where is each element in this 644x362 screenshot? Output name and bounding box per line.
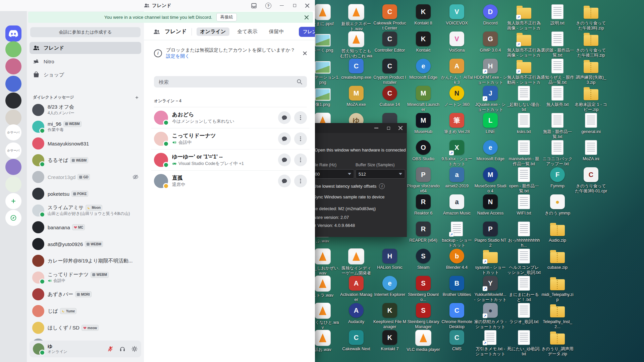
friend-row[interactable]: ゆーゆー' or '1'='1' --Visual Studio Codeをプレ…	[151, 149, 310, 170]
more-button[interactable]	[294, 111, 307, 124]
desktop-icon[interactable]: midi_Telepathy.zip	[541, 276, 574, 302]
desktop-icon[interactable]: RReaktor 6	[407, 194, 440, 216]
desktop-icon[interactable]: 答え知ってともむ打いわこれ.wav	[339, 31, 373, 59]
desktop-icon[interactable]: eInternet Explorer	[373, 276, 407, 297]
desktop-icon[interactable]: Telepathy_Inst_2...	[541, 303, 574, 329]
desktop-icon[interactable]: PPiapro Studio NT2	[474, 221, 507, 248]
desktop-icon[interactable]: aAmazon Music	[440, 194, 474, 216]
desktop-icon[interactable]: RREAPER (x64)	[407, 221, 440, 243]
dm-list-item[interactable]: ほしくず / SDmeow	[30, 319, 141, 336]
desktop-icon[interactable]: Audio.zip	[541, 221, 574, 243]
mic-muted-icon[interactable]	[107, 346, 114, 352]
desktop-icon[interactable]: WIFI.txt	[507, 194, 541, 216]
tab-pending[interactable]: 保留中	[265, 27, 288, 36]
discord-home-button[interactable]	[5, 25, 21, 42]
sidebar-item-nitro[interactable]: Nitro	[30, 55, 141, 67]
dm-list-item[interactable]: asdf@yuto0926WEBM	[30, 236, 141, 252]
desktop-icon[interactable]: MMuseScore Studio 4	[474, 167, 507, 194]
desktop-icon[interactable]: HHDDFMT.exe - ショートカット	[474, 58, 507, 85]
desktop-icon[interactable]: CCMS	[440, 330, 474, 352]
dm-list-item[interactable]: 8/23 オフ会4人のメンバー	[30, 102, 141, 118]
dm-list-item[interactable]: mi_96WEBM作業中毒	[30, 118, 141, 135]
desktop-icon[interactable]: eMicrosoft Edge	[407, 58, 440, 80]
tab-online[interactable]: オンライン	[197, 27, 230, 36]
desktop-icon[interactable]: open - 親作品一覧.txt	[507, 167, 541, 194]
desktop-icon[interactable]: まにまにわーるど！.txt	[507, 276, 541, 302]
more-button[interactable]	[294, 175, 307, 187]
desktop-icon[interactable]: 孤独なインディーゲーム開発者の一生.wav	[339, 248, 373, 276]
desktop-icon[interactable]: CCakewalk Next	[339, 330, 373, 352]
buffer-size-select[interactable]: 512	[356, 169, 405, 179]
desktop-icon[interactable]: FFymmp	[541, 167, 574, 189]
message-button[interactable]	[278, 175, 291, 187]
desktop-icon[interactable]: ksks.txt	[507, 113, 541, 134]
maximize-icon[interactable]	[386, 126, 391, 130]
desktop-icon[interactable]: cubase.zip	[541, 248, 574, 270]
desktop-icon[interactable]: 通知うぜえ - 親作品一覧.txt	[541, 58, 574, 85]
avatar[interactable]	[33, 343, 44, 355]
dm-list-item[interactable]: るるそばWEBM	[30, 152, 141, 169]
desktop-icon[interactable]: JJQuake.exe - ショートカット	[474, 85, 507, 112]
friend-row[interactable]: こってりドーナツ会話中	[151, 128, 310, 149]
desktop-icon[interactable]: bBlender 4.4	[440, 248, 474, 270]
server-icon[interactable]	[5, 41, 21, 57]
desktop-icon[interactable]: VVOICEVOX	[440, 4, 474, 26]
desktop-icon[interactable]: 選択版 - 親作品一覧.txt	[541, 31, 574, 58]
desktop-icon[interactable]: Nノートン 360	[440, 85, 474, 107]
add-friend-button[interactable]: フレンドに追加	[299, 27, 315, 37]
server-icon[interactable]	[5, 58, 21, 74]
desktop-icon[interactable]: manisekarin - 親作品一覧.txt	[507, 140, 541, 167]
desktop-icon[interactable]: 無人販売.txt	[541, 85, 574, 107]
banner-close-icon[interactable]	[304, 15, 309, 20]
desktop-icon[interactable]: 無人販売不正行為動画 - ショートカット	[507, 58, 541, 85]
dm-list-item[interactable]: カレー卯丼@8/19より期限不明活動...	[30, 252, 141, 269]
desktop-icon[interactable]: MoZA.ini	[574, 140, 608, 162]
desktop-icon[interactable]: 説明.txt	[541, 4, 574, 26]
desktop-icon[interactable]: HHALion Sonic	[373, 248, 407, 270]
minimize-icon[interactable]	[279, 3, 284, 8]
desktop-icon[interactable]: ラジオ_歌詞.txt	[507, 303, 541, 324]
desktop-icon[interactable]: general.ini	[574, 113, 608, 134]
dm-list-item[interactable]: poketetsuPOKE	[30, 185, 141, 202]
friend-row[interactable]: 直孤退席中	[151, 170, 310, 191]
close-icon[interactable]	[305, 3, 310, 8]
desktop-icon[interactable]: MMuseHub	[407, 113, 440, 134]
notice-close-icon[interactable]	[303, 51, 307, 56]
server-icon[interactable]	[5, 176, 21, 192]
desktop-icon[interactable]: AAudacity	[339, 303, 373, 324]
dm-list-item[interactable]: こってりドーナツWEBM会話中	[30, 269, 141, 286]
inbox-icon[interactable]	[251, 2, 257, 9]
desktop-icon[interactable]: 万引きメモ.txt - ショートカット	[474, 330, 507, 357]
desktop-icon[interactable]: きのうり食ってた午後3時.zip	[574, 4, 608, 31]
desktop-icon[interactable]: eMicrosoft Edge	[474, 140, 507, 162]
eye-slash-icon[interactable]	[132, 174, 139, 180]
desktop-icon[interactable]: 死にたい_ゆ歌詞.txt	[507, 330, 541, 357]
dm-list-item[interactable]: じばYume	[30, 303, 141, 319]
message-button[interactable]	[278, 132, 291, 145]
desktop-icon[interactable]: Ccreatedump.exe	[339, 58, 373, 80]
dm-list-item[interactable]: あずきバーMORI	[30, 286, 141, 303]
server-icon[interactable]: かサーバ	[5, 142, 21, 159]
tab-all[interactable]: 全て表示	[233, 27, 261, 36]
desktop-icon[interactable]: きのうり_調声用データ.zip	[541, 330, 574, 357]
desktop-icon[interactable]: SSteinberg Downlo...	[407, 276, 440, 302]
desktop-icon[interactable]: syasinn - ショートカット	[474, 248, 507, 275]
message-button[interactable]	[278, 111, 291, 124]
desktop-icon[interactable]: 無題 - 親作品一覧.txt	[541, 113, 574, 139]
desktop-icon[interactable]: KKontakt 7	[373, 330, 407, 352]
gear-icon[interactable]	[131, 346, 138, 352]
sidebar-item-friends[interactable]: フレンド	[30, 42, 141, 54]
create-dm-icon[interactable]	[135, 95, 139, 100]
desktop-icon[interactable]: VLC media player	[407, 330, 440, 352]
server-icon[interactable]	[5, 93, 21, 109]
desktop-icon[interactable]: CChrome Remote Desktop	[440, 303, 474, 329]
desktop-icon[interactable]: ヘルスコンプレッション_歌詞.txt	[507, 248, 541, 275]
desktop-icon[interactable]: aairset2-2019	[440, 167, 474, 189]
info-icon[interactable]	[379, 183, 385, 189]
open-settings-link[interactable]: 設定を開く	[166, 53, 190, 59]
desktop-icon[interactable]: 無人販売不正行為画像 - ショートカッ...	[507, 4, 541, 31]
desktop-icon[interactable]: Aかんたん！ AITalk 3	[440, 58, 474, 85]
desktop-icon[interactable]: PPlogue sforzando x64	[407, 167, 440, 194]
dm-list-item[interactable]: Masayukisnow831	[30, 135, 141, 152]
desktop-icon[interactable]: _起動しない場合.txt	[507, 85, 541, 112]
